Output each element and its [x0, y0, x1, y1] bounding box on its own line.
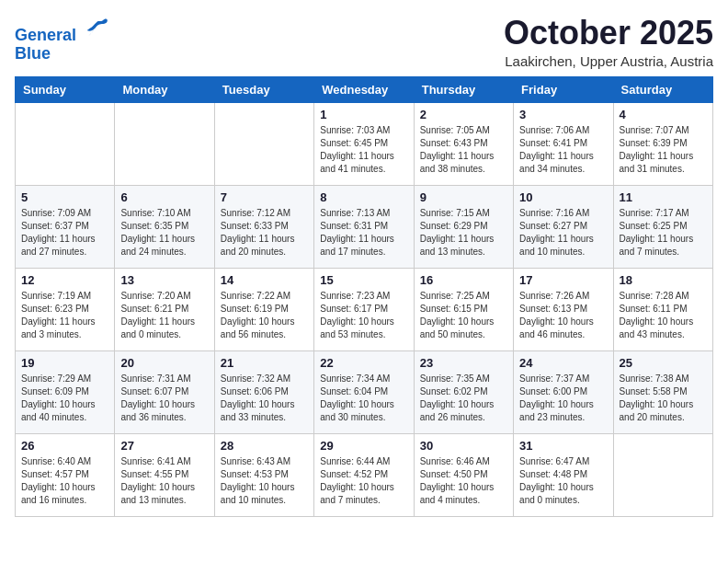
header-day-tuesday: Tuesday [214, 76, 313, 102]
day-info: Sunrise: 7:19 AM Sunset: 6:23 PM Dayligh… [21, 290, 108, 341]
day-number: 29 [320, 439, 407, 453]
day-info: Sunrise: 6:46 AM Sunset: 4:50 PM Dayligh… [420, 455, 507, 507]
header-day-monday: Monday [115, 76, 214, 102]
calendar-cell: 17Sunrise: 7:26 AM Sunset: 6:13 PM Dayli… [514, 268, 613, 350]
logo-blue-text: Blue [15, 45, 108, 63]
week-row-2: 5Sunrise: 7:09 AM Sunset: 6:37 PM Daylig… [16, 185, 713, 268]
calendar-cell: 21Sunrise: 7:32 AM Sunset: 6:06 PM Dayli… [214, 350, 313, 433]
day-info: Sunrise: 7:20 AM Sunset: 6:21 PM Dayligh… [120, 290, 208, 341]
day-number: 10 [519, 190, 607, 204]
day-info: Sunrise: 7:31 AM Sunset: 6:07 PM Dayligh… [120, 373, 208, 424]
calendar-cell: 24Sunrise: 7:37 AM Sunset: 6:00 PM Dayli… [514, 350, 613, 433]
day-number: 1 [320, 108, 407, 121]
calendar-cell: 20Sunrise: 7:31 AM Sunset: 6:07 PM Dayli… [115, 350, 214, 433]
logo-text: General [15, 15, 108, 45]
day-number: 8 [320, 190, 407, 204]
calendar-cell [613, 433, 712, 516]
day-info: Sunrise: 7:12 AM Sunset: 6:33 PM Dayligh… [221, 207, 308, 259]
day-number: 30 [420, 439, 507, 453]
day-number: 24 [519, 356, 607, 370]
day-info: Sunrise: 7:29 AM Sunset: 6:09 PM Dayligh… [21, 373, 108, 424]
day-number: 17 [519, 273, 607, 287]
calendar-cell: 25Sunrise: 7:38 AM Sunset: 5:58 PM Dayli… [613, 350, 712, 433]
day-number: 2 [420, 108, 507, 121]
day-number: 22 [320, 356, 407, 370]
calendar-cell [16, 102, 115, 185]
day-info: Sunrise: 6:47 AM Sunset: 4:48 PM Dayligh… [519, 455, 607, 507]
week-row-3: 12Sunrise: 7:19 AM Sunset: 6:23 PM Dayli… [16, 268, 713, 350]
day-info: Sunrise: 7:35 AM Sunset: 6:02 PM Dayligh… [420, 373, 507, 424]
calendar-cell: 16Sunrise: 7:25 AM Sunset: 6:15 PM Dayli… [414, 268, 513, 350]
calendar-cell: 3Sunrise: 7:06 AM Sunset: 6:41 PM Daylig… [514, 102, 613, 185]
week-row-4: 19Sunrise: 7:29 AM Sunset: 6:09 PM Dayli… [16, 350, 713, 433]
calendar-cell [115, 102, 214, 185]
calendar-cell: 9Sunrise: 7:15 AM Sunset: 6:29 PM Daylig… [414, 185, 513, 268]
calendar-cell: 7Sunrise: 7:12 AM Sunset: 6:33 PM Daylig… [214, 185, 313, 268]
day-number: 27 [120, 439, 208, 453]
calendar-cell: 27Sunrise: 6:41 AM Sunset: 4:55 PM Dayli… [115, 433, 214, 516]
calendar-cell: 22Sunrise: 7:34 AM Sunset: 6:04 PM Dayli… [314, 350, 414, 433]
day-number: 9 [420, 190, 507, 204]
day-number: 21 [221, 356, 308, 370]
calendar-cell [214, 102, 313, 185]
day-number: 3 [519, 108, 607, 121]
day-info: Sunrise: 7:09 AM Sunset: 6:37 PM Dayligh… [21, 207, 108, 259]
header-day-sunday: Sunday [16, 76, 115, 102]
calendar-cell: 1Sunrise: 7:03 AM Sunset: 6:45 PM Daylig… [314, 102, 414, 185]
day-number: 25 [620, 356, 707, 370]
day-number: 15 [320, 273, 407, 287]
calendar-cell: 18Sunrise: 7:28 AM Sunset: 6:11 PM Dayli… [613, 268, 712, 350]
day-info: Sunrise: 7:28 AM Sunset: 6:11 PM Dayligh… [620, 290, 707, 341]
title-block: October 2025 Laakirchen, Upper Austria, … [504, 15, 713, 69]
page-header: General Blue October 2025 Laakirchen, Up… [15, 15, 713, 69]
calendar-cell: 26Sunrise: 6:40 AM Sunset: 4:57 PM Dayli… [16, 433, 115, 516]
calendar-cell: 14Sunrise: 7:22 AM Sunset: 6:19 PM Dayli… [214, 268, 313, 350]
day-info: Sunrise: 7:26 AM Sunset: 6:13 PM Dayligh… [519, 290, 607, 341]
calendar-cell: 30Sunrise: 6:46 AM Sunset: 4:50 PM Dayli… [414, 433, 513, 516]
day-info: Sunrise: 7:15 AM Sunset: 6:29 PM Dayligh… [420, 207, 507, 259]
header-day-saturday: Saturday [613, 76, 712, 102]
calendar-cell: 12Sunrise: 7:19 AM Sunset: 6:23 PM Dayli… [16, 268, 115, 350]
calendar-cell: 2Sunrise: 7:05 AM Sunset: 6:43 PM Daylig… [414, 102, 513, 185]
day-number: 14 [221, 273, 308, 287]
calendar-cell: 13Sunrise: 7:20 AM Sunset: 6:21 PM Dayli… [115, 268, 214, 350]
day-info: Sunrise: 6:40 AM Sunset: 4:57 PM Dayligh… [21, 455, 108, 507]
day-info: Sunrise: 7:13 AM Sunset: 6:31 PM Dayligh… [320, 207, 407, 259]
day-info: Sunrise: 7:07 AM Sunset: 6:39 PM Dayligh… [620, 124, 707, 176]
day-info: Sunrise: 7:37 AM Sunset: 6:00 PM Dayligh… [519, 373, 607, 424]
calendar-cell: 31Sunrise: 6:47 AM Sunset: 4:48 PM Dayli… [514, 433, 613, 516]
day-number: 12 [21, 273, 108, 287]
day-info: Sunrise: 7:06 AM Sunset: 6:41 PM Dayligh… [519, 124, 607, 176]
logo-bird-icon [83, 15, 108, 40]
day-number: 13 [120, 273, 208, 287]
day-number: 31 [519, 439, 607, 453]
day-info: Sunrise: 7:32 AM Sunset: 6:06 PM Dayligh… [221, 373, 308, 424]
month-title: October 2025 [504, 15, 713, 52]
day-info: Sunrise: 7:22 AM Sunset: 6:19 PM Dayligh… [221, 290, 308, 341]
day-info: Sunrise: 7:25 AM Sunset: 6:15 PM Dayligh… [420, 290, 507, 341]
day-number: 20 [120, 356, 208, 370]
day-info: Sunrise: 7:10 AM Sunset: 6:35 PM Dayligh… [120, 207, 208, 259]
calendar-cell: 15Sunrise: 7:23 AM Sunset: 6:17 PM Dayli… [314, 268, 414, 350]
calendar-cell: 11Sunrise: 7:17 AM Sunset: 6:25 PM Dayli… [613, 185, 712, 268]
header-day-wednesday: Wednesday [314, 76, 414, 102]
day-number: 26 [21, 439, 108, 453]
day-info: Sunrise: 7:05 AM Sunset: 6:43 PM Dayligh… [420, 124, 507, 176]
day-number: 19 [21, 356, 108, 370]
calendar-cell: 28Sunrise: 6:43 AM Sunset: 4:53 PM Dayli… [214, 433, 313, 516]
day-info: Sunrise: 7:34 AM Sunset: 6:04 PM Dayligh… [320, 373, 407, 424]
calendar-cell: 19Sunrise: 7:29 AM Sunset: 6:09 PM Dayli… [16, 350, 115, 433]
day-number: 11 [620, 190, 707, 204]
header-row: SundayMondayTuesdayWednesdayThursdayFrid… [16, 76, 713, 102]
day-info: Sunrise: 7:17 AM Sunset: 6:25 PM Dayligh… [620, 207, 707, 259]
day-info: Sunrise: 7:38 AM Sunset: 5:58 PM Dayligh… [620, 373, 707, 424]
day-number: 16 [420, 273, 507, 287]
day-number: 23 [420, 356, 507, 370]
day-info: Sunrise: 6:41 AM Sunset: 4:55 PM Dayligh… [120, 455, 208, 507]
day-number: 4 [620, 108, 707, 121]
day-info: Sunrise: 6:43 AM Sunset: 4:53 PM Dayligh… [221, 455, 308, 507]
calendar-cell: 29Sunrise: 6:44 AM Sunset: 4:52 PM Dayli… [314, 433, 414, 516]
calendar-cell: 10Sunrise: 7:16 AM Sunset: 6:27 PM Dayli… [514, 185, 613, 268]
calendar-cell: 4Sunrise: 7:07 AM Sunset: 6:39 PM Daylig… [613, 102, 712, 185]
calendar-cell: 8Sunrise: 7:13 AM Sunset: 6:31 PM Daylig… [314, 185, 414, 268]
